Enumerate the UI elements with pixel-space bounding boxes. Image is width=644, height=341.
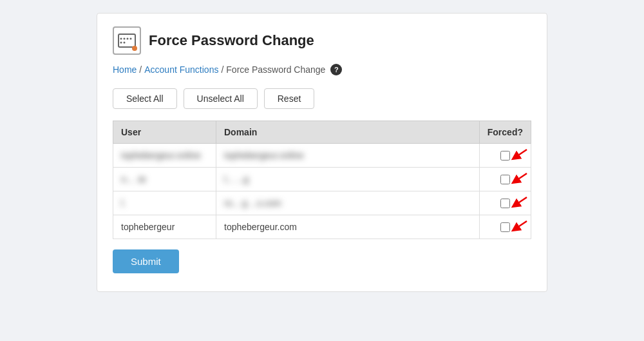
- help-icon[interactable]: ?: [330, 64, 342, 75]
- table-header-row: User Domain Forced?: [113, 121, 531, 144]
- col-header-forced: Forced?: [479, 121, 531, 144]
- svg-point-3: [127, 38, 129, 40]
- svg-line-12: [515, 197, 527, 205]
- users-table: User Domain Forced? tophebergeur.online …: [113, 121, 531, 239]
- logo-icon: [113, 26, 141, 55]
- unselect-all-button[interactable]: Unselect All: [184, 88, 258, 109]
- arrow-icon: [504, 220, 528, 234]
- svg-line-14: [515, 221, 527, 229]
- col-header-domain: Domain: [216, 121, 480, 144]
- breadcrumb-current: Force Password Change: [226, 64, 325, 75]
- table-row: tophebergeur.online tophebergeur.online: [113, 144, 531, 168]
- svg-point-1: [120, 38, 122, 40]
- domain-name: tophebergeur.com: [224, 222, 297, 232]
- logo-dot: [132, 46, 137, 51]
- user-cell: n... .te: [113, 168, 216, 191]
- domain-cell: tophebergeur.com: [216, 215, 480, 239]
- svg-line-8: [515, 150, 527, 157]
- page-title: Force Password Change: [149, 32, 314, 49]
- domain-name-blurred: l... ...g: [224, 174, 249, 184]
- domain-cell: tophebergeur.online: [216, 144, 480, 168]
- svg-point-4: [130, 38, 132, 40]
- domain-name-blurred: ro... g ...s.com: [224, 198, 281, 208]
- table-row: n... .te l... ...g: [113, 168, 531, 191]
- user-name-blurred: tophebergeur.online: [121, 150, 201, 161]
- page-header: Force Password Change: [113, 26, 531, 55]
- svg-rect-0: [118, 34, 135, 47]
- breadcrumb-account-functions[interactable]: Account Functions: [144, 64, 218, 75]
- user-cell: l.: [113, 191, 216, 215]
- svg-point-5: [120, 42, 122, 44]
- domain-name-blurred: tophebergeur.online: [224, 150, 304, 161]
- table-row: l. ro... g ...s.com: [113, 191, 531, 215]
- arrow-icon: [504, 196, 528, 210]
- breadcrumb: Home / Account Functions / Force Passwor…: [113, 64, 531, 75]
- svg-point-6: [124, 42, 126, 44]
- user-name-blurred: l.: [121, 198, 126, 208]
- user-cell: tophebergeur: [113, 215, 216, 239]
- svg-point-2: [124, 38, 126, 40]
- main-card: Force Password Change Home / Account Fun…: [97, 13, 547, 292]
- arrow-icon: [504, 172, 528, 186]
- forced-cell: [479, 144, 531, 168]
- domain-cell: l... ...g: [216, 168, 480, 191]
- reset-button[interactable]: Reset: [264, 88, 315, 109]
- arrow-icon: [504, 148, 528, 162]
- submit-button[interactable]: Submit: [113, 249, 179, 273]
- svg-line-10: [515, 173, 527, 181]
- user-name-blurred: n... .te: [121, 174, 146, 184]
- forced-cell: [479, 191, 531, 215]
- breadcrumb-home[interactable]: Home: [113, 64, 137, 75]
- action-buttons: Select All Unselect All Reset: [113, 88, 531, 109]
- table-row: tophebergeur tophebergeur.com: [113, 215, 531, 239]
- col-header-user: User: [113, 121, 216, 144]
- domain-cell: ro... g ...s.com: [216, 191, 480, 215]
- user-cell: tophebergeur.online: [113, 144, 216, 168]
- forced-cell: [479, 215, 531, 239]
- select-all-button[interactable]: Select All: [113, 88, 177, 109]
- forced-cell: [479, 168, 531, 191]
- user-name: tophebergeur: [121, 222, 175, 232]
